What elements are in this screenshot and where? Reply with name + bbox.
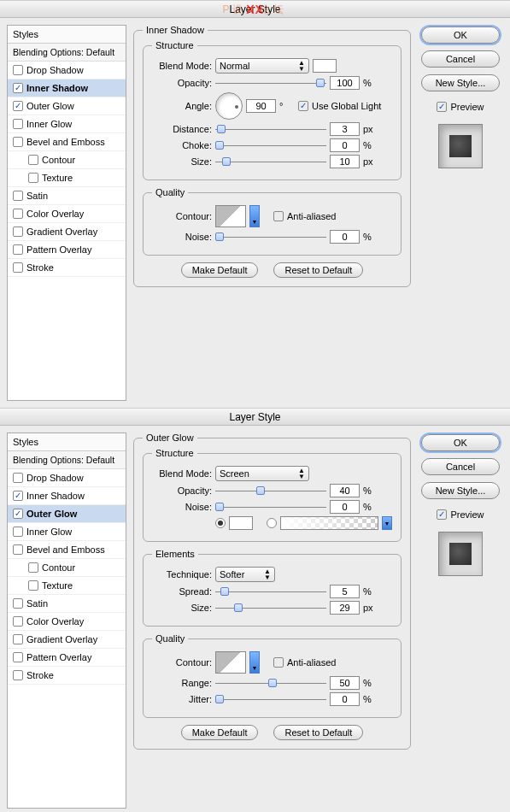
new-style-button[interactable]: New Style... <box>421 482 500 499</box>
blending-options[interactable]: Blending Options: Default <box>8 44 126 62</box>
style-item[interactable]: Drop Shadow <box>8 62 126 79</box>
range-slider[interactable] <box>215 677 326 689</box>
gradient-picker[interactable] <box>280 516 378 530</box>
style-checkbox[interactable] <box>13 65 23 75</box>
size-field[interactable]: 10 <box>330 155 360 168</box>
anti-aliased-checkbox[interactable] <box>273 657 284 668</box>
style-checkbox[interactable] <box>13 244 23 255</box>
style-item[interactable]: Inner Shadow <box>8 487 126 505</box>
glow-color-swatch[interactable] <box>229 516 253 530</box>
gradient-radio[interactable] <box>267 518 277 528</box>
style-item[interactable]: Texture <box>8 577 126 595</box>
style-checkbox[interactable] <box>13 634 23 644</box>
style-item[interactable]: Outer Glow <box>8 97 126 115</box>
choke-slider[interactable] <box>215 139 326 151</box>
opacity-slider[interactable] <box>215 485 326 497</box>
style-item[interactable]: Bevel and Emboss <box>8 133 126 151</box>
blend-mode-dropdown[interactable]: Screen ▲▼ <box>215 466 309 481</box>
preview-checkbox[interactable] <box>437 509 447 520</box>
noise-field[interactable]: 0 <box>330 500 360 514</box>
style-item[interactable]: Gradient Overlay <box>8 223 126 241</box>
style-checkbox[interactable] <box>13 670 23 680</box>
style-item[interactable]: Satin <box>8 187 126 205</box>
style-item[interactable]: Pattern Overlay <box>8 649 126 667</box>
color-swatch[interactable] <box>313 59 337 73</box>
technique-dropdown[interactable]: Softer ▲▼ <box>215 567 275 582</box>
style-item[interactable]: Color Overlay <box>8 205 126 223</box>
anti-aliased-checkbox[interactable] <box>273 211 284 221</box>
distance-slider[interactable] <box>215 123 326 135</box>
style-item[interactable]: Outer Glow <box>8 505 126 523</box>
style-item[interactable]: Texture <box>8 169 126 187</box>
contour-picker[interactable] <box>215 205 246 227</box>
style-checkbox[interactable] <box>28 155 38 165</box>
styles-header[interactable]: Styles <box>8 433 126 451</box>
style-item[interactable]: Color Overlay <box>8 613 126 631</box>
style-checkbox[interactable] <box>13 83 23 93</box>
style-item[interactable]: Stroke <box>8 259 126 277</box>
style-item[interactable]: Bevel and Emboss <box>8 541 126 559</box>
color-radio[interactable] <box>215 518 226 528</box>
noise-field[interactable]: 0 <box>330 230 360 244</box>
blend-mode-dropdown[interactable]: Normal ▲▼ <box>215 58 309 74</box>
style-checkbox[interactable] <box>13 544 23 555</box>
style-checkbox[interactable] <box>13 137 23 147</box>
style-checkbox[interactable] <box>13 652 23 662</box>
contour-dropdown-icon[interactable]: ▼ <box>249 651 260 674</box>
style-item[interactable]: Drop Shadow <box>8 469 126 487</box>
size-slider[interactable] <box>215 156 326 168</box>
style-item[interactable]: Satin <box>8 595 126 613</box>
style-item[interactable]: Stroke <box>8 667 126 685</box>
opacity-slider[interactable] <box>215 77 326 89</box>
size-slider[interactable] <box>215 602 326 614</box>
jitter-slider[interactable] <box>215 693 326 705</box>
style-checkbox[interactable] <box>13 509 23 519</box>
make-default-button[interactable]: Make Default <box>181 262 259 278</box>
style-checkbox[interactable] <box>13 598 23 609</box>
opacity-field[interactable]: 100 <box>330 76 360 90</box>
cancel-button[interactable]: Cancel <box>421 458 500 475</box>
style-checkbox[interactable] <box>13 473 23 483</box>
cancel-button[interactable]: Cancel <box>421 50 500 68</box>
jitter-field[interactable]: 0 <box>330 692 360 706</box>
noise-slider[interactable] <box>215 231 326 243</box>
style-checkbox[interactable] <box>13 209 23 219</box>
style-checkbox[interactable] <box>28 562 38 573</box>
ok-button[interactable]: OK <box>421 434 500 451</box>
style-item[interactable]: Contour <box>8 559 126 577</box>
angle-field[interactable]: 90 <box>246 99 276 113</box>
distance-field[interactable]: 3 <box>330 122 360 136</box>
range-field[interactable]: 50 <box>330 676 360 690</box>
reset-default-button[interactable]: Reset to Default <box>273 725 363 740</box>
style-checkbox[interactable] <box>28 580 38 591</box>
gradient-dropdown-icon[interactable]: ▼ <box>382 516 392 530</box>
blending-options[interactable]: Blending Options: Default <box>8 451 126 469</box>
opacity-field[interactable]: 40 <box>330 484 360 497</box>
choke-field[interactable]: 0 <box>330 138 360 152</box>
style-checkbox[interactable] <box>13 527 23 537</box>
preview-checkbox[interactable] <box>437 102 447 112</box>
style-item[interactable]: Pattern Overlay <box>8 241 126 259</box>
angle-wheel[interactable] <box>215 92 243 120</box>
spread-field[interactable]: 5 <box>330 585 360 598</box>
style-checkbox[interactable] <box>13 262 23 273</box>
styles-header[interactable]: Styles <box>8 26 126 44</box>
contour-dropdown-icon[interactable]: ▼ <box>249 205 260 227</box>
style-item[interactable]: Contour <box>8 151 126 169</box>
use-global-light-checkbox[interactable] <box>298 101 308 111</box>
make-default-button[interactable]: Make Default <box>181 725 259 740</box>
contour-picker[interactable] <box>215 651 246 674</box>
style-item[interactable]: Inner Glow <box>8 523 126 541</box>
style-item[interactable]: Inner Glow <box>8 115 126 133</box>
style-checkbox[interactable] <box>13 119 23 129</box>
spread-slider[interactable] <box>215 585 326 597</box>
style-checkbox[interactable] <box>13 616 23 627</box>
style-checkbox[interactable] <box>28 173 38 183</box>
style-checkbox[interactable] <box>13 101 23 111</box>
reset-default-button[interactable]: Reset to Default <box>273 262 363 278</box>
noise-slider[interactable] <box>215 501 326 513</box>
style-checkbox[interactable] <box>13 191 23 201</box>
style-checkbox[interactable] <box>13 227 23 237</box>
size-field[interactable]: 29 <box>330 601 360 615</box>
ok-button[interactable]: OK <box>421 26 500 44</box>
